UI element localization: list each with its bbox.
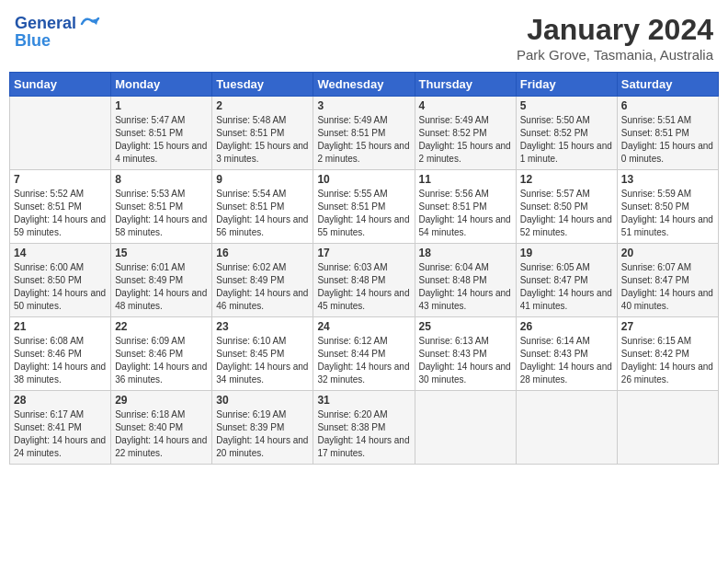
- day-number: 17: [317, 247, 410, 259]
- day-number: 1: [115, 99, 208, 112]
- day-number: 13: [621, 173, 714, 186]
- day-cell: 1Sunrise: 5:47 AMSunset: 8:51 PMDaylight…: [111, 97, 212, 170]
- day-number: 7: [14, 173, 107, 186]
- day-info: Sunrise: 6:18 AMSunset: 8:40 PMDaylight:…: [115, 408, 208, 460]
- day-info: Sunrise: 5:55 AMSunset: 8:51 PMDaylight:…: [317, 188, 410, 239]
- day-number: 26: [520, 320, 613, 333]
- day-number: 23: [216, 320, 309, 333]
- day-cell: 6Sunrise: 5:51 AMSunset: 8:51 PMDaylight…: [617, 97, 718, 170]
- day-number: 22: [115, 320, 208, 333]
- day-info: Sunrise: 5:49 AMSunset: 8:51 PMDaylight:…: [317, 114, 410, 166]
- day-number: 10: [317, 173, 410, 186]
- day-cell: 29Sunrise: 6:18 AMSunset: 8:40 PMDayligh…: [111, 391, 212, 465]
- day-cell: 30Sunrise: 6:19 AMSunset: 8:39 PMDayligh…: [212, 391, 313, 465]
- day-info: Sunrise: 5:56 AMSunset: 8:51 PMDaylight:…: [419, 188, 512, 239]
- weekday-header-saturday: Saturday: [617, 73, 718, 97]
- day-info: Sunrise: 6:01 AMSunset: 8:49 PMDaylight:…: [115, 261, 208, 313]
- day-info: Sunrise: 6:12 AMSunset: 8:44 PMDaylight:…: [317, 335, 410, 386]
- day-cell: 17Sunrise: 6:03 AMSunset: 8:48 PMDayligh…: [313, 244, 415, 317]
- calendar-table: SundayMondayTuesdayWednesdayThursdayFrid…: [9, 72, 719, 465]
- day-cell: 28Sunrise: 6:17 AMSunset: 8:41 PMDayligh…: [10, 391, 111, 465]
- day-info: Sunrise: 5:48 AMSunset: 8:51 PMDaylight:…: [216, 114, 309, 166]
- day-number: 29: [115, 394, 208, 407]
- day-info: Sunrise: 6:13 AMSunset: 8:43 PMDaylight:…: [419, 335, 512, 386]
- week-row-2: 14Sunrise: 6:00 AMSunset: 8:50 PMDayligh…: [10, 244, 719, 317]
- day-cell: 3Sunrise: 5:49 AMSunset: 8:51 PMDaylight…: [313, 97, 415, 170]
- day-number: 21: [14, 320, 107, 333]
- day-cell: 8Sunrise: 5:53 AMSunset: 8:51 PMDaylight…: [111, 170, 212, 244]
- day-cell: 27Sunrise: 6:15 AMSunset: 8:42 PMDayligh…: [617, 317, 718, 391]
- day-cell: 25Sunrise: 6:13 AMSunset: 8:43 PMDayligh…: [415, 317, 516, 391]
- day-info: Sunrise: 6:04 AMSunset: 8:48 PMDaylight:…: [419, 261, 512, 313]
- day-cell: 12Sunrise: 5:57 AMSunset: 8:50 PMDayligh…: [516, 170, 617, 244]
- day-cell: 31Sunrise: 6:20 AMSunset: 8:38 PMDayligh…: [313, 391, 415, 465]
- day-cell: 21Sunrise: 6:08 AMSunset: 8:46 PMDayligh…: [10, 317, 111, 391]
- day-cell: 9Sunrise: 5:54 AMSunset: 8:51 PMDaylight…: [212, 170, 313, 244]
- weekday-header-tuesday: Tuesday: [212, 73, 313, 97]
- page-header: General Blue January 2024 Park Grove, Ta…: [9, 9, 719, 66]
- weekday-header-thursday: Thursday: [415, 73, 516, 97]
- day-info: Sunrise: 5:49 AMSunset: 8:52 PMDaylight:…: [419, 114, 512, 166]
- day-cell: 10Sunrise: 5:55 AMSunset: 8:51 PMDayligh…: [313, 170, 415, 244]
- day-cell: [516, 391, 617, 465]
- day-cell: 2Sunrise: 5:48 AMSunset: 8:51 PMDaylight…: [212, 97, 313, 170]
- day-number: 9: [216, 173, 309, 186]
- day-number: 20: [621, 247, 714, 259]
- day-cell: [415, 391, 516, 465]
- day-cell: 15Sunrise: 6:01 AMSunset: 8:49 PMDayligh…: [111, 244, 212, 317]
- day-number: 25: [419, 320, 512, 333]
- day-cell: 18Sunrise: 6:04 AMSunset: 8:48 PMDayligh…: [415, 244, 516, 317]
- day-info: Sunrise: 6:00 AMSunset: 8:50 PMDaylight:…: [14, 261, 107, 313]
- day-cell: 5Sunrise: 5:50 AMSunset: 8:52 PMDaylight…: [516, 97, 617, 170]
- day-info: Sunrise: 6:07 AMSunset: 8:47 PMDaylight:…: [621, 261, 714, 313]
- day-number: 4: [419, 99, 512, 112]
- day-number: 3: [317, 99, 410, 112]
- day-number: 30: [216, 394, 309, 407]
- day-number: 11: [419, 173, 512, 186]
- day-number: 27: [621, 320, 714, 333]
- week-row-1: 7Sunrise: 5:52 AMSunset: 8:51 PMDaylight…: [10, 170, 719, 244]
- day-info: Sunrise: 6:02 AMSunset: 8:49 PMDaylight:…: [216, 261, 309, 313]
- day-number: 24: [317, 320, 410, 333]
- day-number: 15: [115, 247, 208, 259]
- day-info: Sunrise: 6:20 AMSunset: 8:38 PMDaylight:…: [317, 408, 410, 460]
- day-info: Sunrise: 5:57 AMSunset: 8:50 PMDaylight:…: [520, 188, 613, 239]
- day-cell: 7Sunrise: 5:52 AMSunset: 8:51 PMDaylight…: [10, 170, 111, 244]
- logo-icon: [78, 13, 100, 35]
- day-info: Sunrise: 5:50 AMSunset: 8:52 PMDaylight:…: [520, 114, 613, 166]
- day-info: Sunrise: 6:09 AMSunset: 8:46 PMDaylight:…: [115, 335, 208, 386]
- logo-text: General: [15, 15, 76, 33]
- day-info: Sunrise: 6:03 AMSunset: 8:48 PMDaylight:…: [317, 261, 410, 313]
- day-number: 28: [14, 394, 107, 407]
- day-info: Sunrise: 6:05 AMSunset: 8:47 PMDaylight:…: [520, 261, 613, 313]
- day-info: Sunrise: 6:17 AMSunset: 8:41 PMDaylight:…: [14, 408, 107, 460]
- day-info: Sunrise: 5:47 AMSunset: 8:51 PMDaylight:…: [115, 114, 208, 166]
- day-cell: 4Sunrise: 5:49 AMSunset: 8:52 PMDaylight…: [415, 97, 516, 170]
- day-cell: 26Sunrise: 6:14 AMSunset: 8:43 PMDayligh…: [516, 317, 617, 391]
- day-number: 31: [317, 394, 410, 407]
- day-cell: 20Sunrise: 6:07 AMSunset: 8:47 PMDayligh…: [617, 244, 718, 317]
- day-info: Sunrise: 6:19 AMSunset: 8:39 PMDaylight:…: [216, 408, 309, 460]
- day-info: Sunrise: 6:15 AMSunset: 8:42 PMDaylight:…: [621, 335, 714, 386]
- day-cell: 14Sunrise: 6:00 AMSunset: 8:50 PMDayligh…: [10, 244, 111, 317]
- day-info: Sunrise: 5:54 AMSunset: 8:51 PMDaylight:…: [216, 188, 309, 239]
- day-cell: 19Sunrise: 6:05 AMSunset: 8:47 PMDayligh…: [516, 244, 617, 317]
- month-title: January 2024: [517, 13, 713, 47]
- weekday-header-sunday: Sunday: [10, 73, 111, 97]
- day-info: Sunrise: 5:59 AMSunset: 8:50 PMDaylight:…: [621, 188, 714, 239]
- day-number: 5: [520, 99, 613, 112]
- day-cell: 23Sunrise: 6:10 AMSunset: 8:45 PMDayligh…: [212, 317, 313, 391]
- week-row-4: 28Sunrise: 6:17 AMSunset: 8:41 PMDayligh…: [10, 391, 719, 465]
- day-info: Sunrise: 6:08 AMSunset: 8:46 PMDaylight:…: [14, 335, 107, 386]
- day-number: 2: [216, 99, 309, 112]
- week-row-3: 21Sunrise: 6:08 AMSunset: 8:46 PMDayligh…: [10, 317, 719, 391]
- day-number: 8: [115, 173, 208, 186]
- day-cell: [10, 97, 111, 170]
- weekday-header-friday: Friday: [516, 73, 617, 97]
- day-cell: 13Sunrise: 5:59 AMSunset: 8:50 PMDayligh…: [617, 170, 718, 244]
- location-title: Park Grove, Tasmania, Australia: [517, 47, 713, 63]
- day-number: 14: [14, 247, 107, 259]
- day-cell: [617, 391, 718, 465]
- day-info: Sunrise: 6:10 AMSunset: 8:45 PMDaylight:…: [216, 335, 309, 386]
- day-number: 19: [520, 247, 613, 259]
